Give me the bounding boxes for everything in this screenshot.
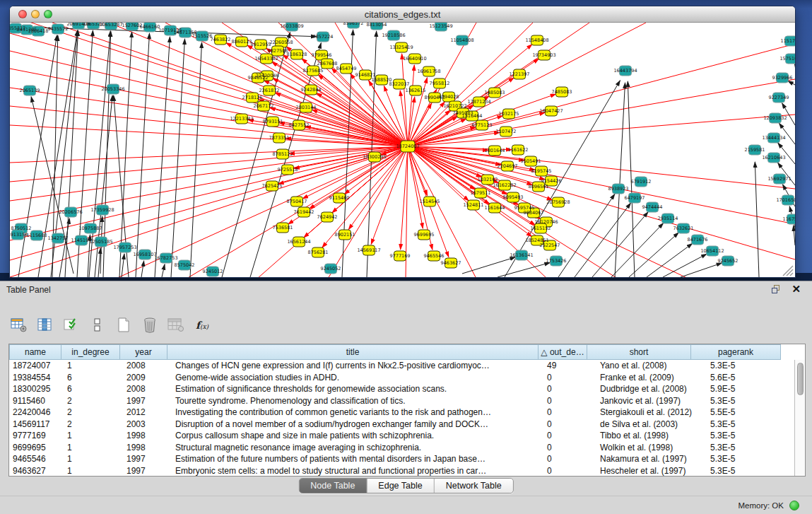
node-label: 17016504 <box>776 197 795 203</box>
table-cell: 6 <box>61 383 121 395</box>
node-label: 8096561 <box>529 184 549 189</box>
delete-column-icon[interactable] <box>141 316 159 334</box>
node-label: 1032175 <box>499 111 519 117</box>
column-header-in_degree[interactable]: in_degree <box>61 344 120 360</box>
table-cell: Nakamura et al. (1997) <box>590 453 695 465</box>
table-cell: Corpus callosum shape and size in male p… <box>169 430 541 442</box>
close-panel-icon[interactable]: ✕ <box>792 283 801 296</box>
table-mode-icon[interactable] <box>10 316 28 334</box>
network-canvas[interactable]: 1872400788601238912955222605589827508165… <box>10 23 795 277</box>
node-label: 8750512 <box>11 226 32 231</box>
node-label: 9884067 <box>524 210 544 216</box>
table-panel: Table Panel ✕ <box>0 281 812 514</box>
table-cell: 0 <box>541 407 590 419</box>
column-header-pagerank[interactable]: pagerank <box>690 344 781 360</box>
node-label: 1221397 <box>510 71 530 77</box>
table-row[interactable]: 1872400712008Changes of HCN gene express… <box>9 360 794 372</box>
table-cell: 14569117 <box>9 419 61 431</box>
node-label: 1753426 <box>546 258 567 264</box>
status-bar: Memory: OK <box>0 496 812 514</box>
table-cell: Wolkin et al. (1998) <box>590 442 695 454</box>
node-label: 16210643 <box>762 155 785 160</box>
node-label: 8575042 <box>175 262 195 268</box>
node-label: 9799546 <box>312 52 332 58</box>
node-label: 16047427 <box>539 108 563 114</box>
table-cell: 0 <box>541 383 590 395</box>
import-table-icon[interactable] <box>167 316 185 334</box>
column-header-year[interactable]: year <box>119 344 167 360</box>
node-label: 7624942 <box>317 214 338 220</box>
table-row[interactable]: 946362711997Embryonic stem cells: a mode… <box>9 465 794 477</box>
node-label: 16120746 <box>534 219 558 225</box>
node-label: 13444134 <box>762 135 785 141</box>
node-label: 8427552 <box>289 122 310 128</box>
table-row[interactable]: 1830029562008Estimation of significance … <box>9 383 794 395</box>
table-cell: 5.3E-5 <box>695 419 785 431</box>
resize-grip-icon[interactable] <box>783 266 793 276</box>
column-header-title[interactable]: title <box>167 344 539 360</box>
node-label: 1145194 <box>71 238 92 243</box>
window-title: citations_edges.txt <box>10 9 795 20</box>
node-label: 9846522 <box>248 75 269 81</box>
node-label: 7463822 <box>211 37 231 42</box>
tab-network-table[interactable]: Network Table <box>435 479 513 493</box>
table-row[interactable]: 977716911998Corpus callosum shape and si… <box>9 430 794 442</box>
node-label: 9699695 <box>414 232 435 238</box>
column-header-name[interactable]: name <box>9 344 61 360</box>
table-row[interactable]: 2242004622012Investigating the contribut… <box>9 407 794 419</box>
tab-edge-table[interactable]: Edge Table <box>367 479 434 493</box>
table-cell: 1 <box>61 360 121 372</box>
select-columns-icon[interactable] <box>62 316 81 334</box>
node-label: 7632621 <box>673 226 694 231</box>
node-label: 15751074 <box>779 56 795 62</box>
show-columns-icon[interactable] <box>36 316 54 334</box>
table-cell: 2012 <box>121 407 169 419</box>
node-label: 1679511 <box>471 190 491 196</box>
node-label: 2055312 <box>10 25 25 31</box>
node-label: 8322037 <box>389 81 410 87</box>
table-row[interactable]: 1938455462009Genome-wide association stu… <box>9 372 794 384</box>
table-cell: 18724007 <box>9 360 61 372</box>
node-label: 12213343 <box>230 116 253 122</box>
node-label: 17957253 <box>113 245 136 250</box>
node-label: 1362615 <box>406 88 426 93</box>
node-label: 3913154 <box>10 232 28 238</box>
node-label: 1524811 <box>464 202 484 208</box>
column-header-short[interactable]: short <box>587 344 691 360</box>
memory-status-label: Memory: OK <box>738 501 784 510</box>
node-label: 2204697 <box>498 163 518 169</box>
node-label: 20756928 <box>546 199 570 205</box>
node-label: 10975887 <box>78 226 102 231</box>
table-cell: 9463627 <box>9 465 61 477</box>
node-label: 1161644 <box>485 205 505 211</box>
node-label: 10654112 <box>700 248 724 254</box>
node-label: 6479197 <box>625 195 645 201</box>
table-cell: 2009 <box>121 372 169 384</box>
node-label: 16782753 <box>154 255 177 261</box>
table-cell: 9699695 <box>9 442 61 454</box>
table-row[interactable]: 969969511998Structural magnetic resonanc… <box>9 442 794 454</box>
scrollbar-thumb[interactable] <box>797 363 804 395</box>
node-label: 17871234 <box>467 99 490 105</box>
window-titlebar[interactable]: citations_edges.txt <box>10 6 795 23</box>
create-column-icon[interactable] <box>114 316 133 334</box>
table-cell: 0 <box>541 465 590 477</box>
node-label: 16543382 <box>254 56 278 62</box>
float-window-icon[interactable] <box>772 285 781 294</box>
column-header-out_de[interactable]: △ out_de… <box>538 344 587 360</box>
function-builder-icon[interactable]: f(x) <box>193 316 211 334</box>
table-cell: Structural magnetic resonance image aver… <box>169 442 541 454</box>
table-row[interactable]: 911546021997Tourette syndrome. Phenomeno… <box>9 395 794 407</box>
table-row[interactable]: 946554611997Estimation of the future num… <box>9 453 794 465</box>
table-cell: Genome-wide association studies in ADHD. <box>169 372 541 384</box>
node-label: 9474444 <box>642 204 663 210</box>
node-label: 9725518 <box>278 167 298 173</box>
row-height-icon[interactable] <box>88 316 107 334</box>
tab-node-table[interactable]: Node Table <box>299 479 367 493</box>
table-scrollbar[interactable] <box>794 360 805 476</box>
table-row[interactable]: 1456911722003Disruption of a novel membe… <box>9 419 794 431</box>
node-label: 7485083 <box>552 89 572 95</box>
memory-status-icon[interactable] <box>789 501 799 510</box>
node-label: 8938923 <box>608 186 629 192</box>
desktop: citations_edges.txt 18724007886012389129… <box>0 0 812 514</box>
